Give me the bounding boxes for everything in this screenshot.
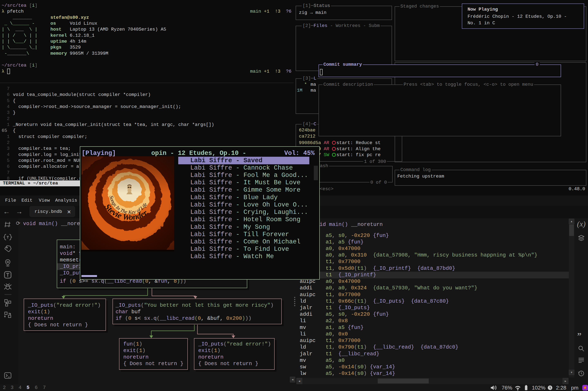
svg-text:”: ” — [577, 331, 582, 341]
svg-text:(x): (x) — [577, 220, 586, 228]
